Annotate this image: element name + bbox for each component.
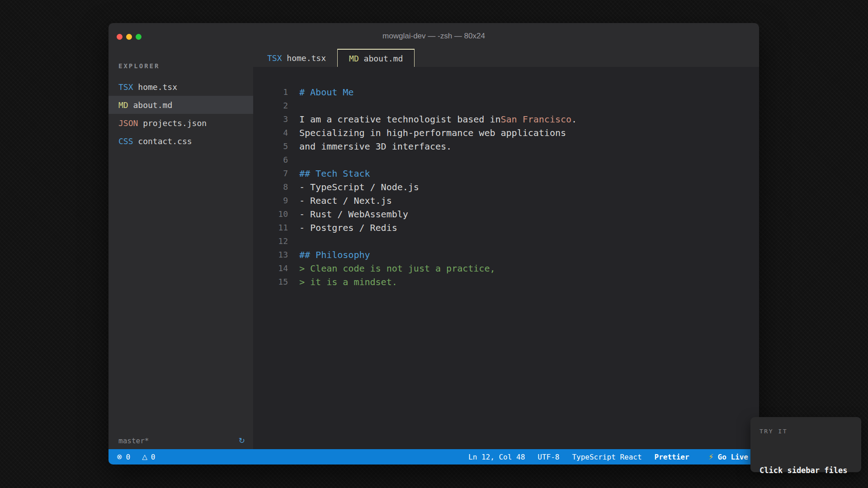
- editor-line-7[interactable]: 7## Tech Stack: [253, 167, 759, 180]
- editor-line-15[interactable]: 15> it is a mindset.: [253, 275, 759, 289]
- file-name: about.md: [128, 100, 173, 110]
- line-content: I am a creative technologist based inSan…: [288, 113, 577, 126]
- sidebar-file-about.md[interactable]: MD about.md: [108, 96, 253, 114]
- line-number: 9: [253, 194, 288, 207]
- editor-pane[interactable]: 1# About Me23I am a creative technologis…: [253, 67, 759, 449]
- file-list: TSX home.tsxMD about.mdJSON projects.jso…: [108, 78, 253, 150]
- git-branch-row[interactable]: master* ↻: [108, 432, 253, 449]
- file-name: contact.css: [133, 136, 192, 146]
- terminal-window: mowglai-dev — -zsh — 80x24 EXPLORER TSX …: [108, 23, 759, 465]
- status-language-mode[interactable]: TypeScript React: [572, 453, 642, 461]
- status-cursor-position[interactable]: Ln 12, Col 48: [468, 453, 525, 461]
- file-type-badge: JSON: [118, 118, 138, 128]
- code-segment: ## Tech Stack: [299, 168, 370, 179]
- tooltip-line-1: Click sidebar files: [760, 465, 852, 476]
- line-content: Specializing in high-performance web app…: [288, 126, 566, 140]
- status-bar: ⊗0△0 Ln 12, Col 48UTF-8TypeScript ReactP…: [108, 449, 759, 465]
- editor-line-10[interactable]: 10- Rust / WebAssembly: [253, 207, 759, 221]
- warnings-icon: △: [142, 453, 147, 461]
- branch-label: master*: [118, 436, 149, 445]
- line-number: 8: [253, 180, 288, 194]
- status-go-live[interactable]: ⚡Go Live: [708, 452, 748, 461]
- editor-line-5[interactable]: 5and immersive 3D interfaces.: [253, 140, 759, 153]
- sync-icon[interactable]: ↻: [239, 436, 245, 445]
- line-content: # About Me: [288, 85, 354, 99]
- editor-line-11[interactable]: 11- Postgres / Redis: [253, 221, 759, 235]
- code-segment: San Francisco: [501, 114, 572, 125]
- explorer-sidebar: EXPLORER TSX home.tsxMD about.mdJSON pro…: [108, 49, 253, 449]
- editor-line-14[interactable]: 14> Clean code is not just a practice,: [253, 262, 759, 275]
- sidebar-file-projects.json[interactable]: JSON projects.json: [108, 114, 253, 132]
- line-number: 4: [253, 126, 288, 140]
- line-content: [288, 99, 299, 113]
- code-segment: - Rust / WebAssembly: [299, 209, 408, 220]
- editor-line-4[interactable]: 4Specializing in high-performance web ap…: [253, 126, 759, 140]
- code-segment: Specializing in high-performance web app…: [299, 127, 566, 138]
- editor-line-1[interactable]: 1# About Me: [253, 85, 759, 99]
- code-segment: ## Philosophy: [299, 249, 370, 260]
- editor-line-2[interactable]: 2: [253, 99, 759, 113]
- line-number: 13: [253, 248, 288, 262]
- line-content: - TypeScript / Node.js: [288, 180, 419, 194]
- line-number: 3: [253, 113, 288, 126]
- encoding-label: UTF-8: [538, 453, 559, 461]
- editor-line-3[interactable]: 3I am a creative technologist based inSa…: [253, 113, 759, 126]
- line-number: 2: [253, 99, 288, 113]
- tab-about.md[interactable]: MD about.md: [337, 49, 415, 67]
- line-content: > it is a mindset.: [288, 275, 397, 289]
- title-bar: mowglai-dev — -zsh — 80x24: [108, 23, 759, 49]
- line-number: 7: [253, 167, 288, 180]
- line-content: ## Philosophy: [288, 248, 370, 262]
- go-live-label: Go Live: [718, 453, 748, 461]
- line-content: [288, 153, 299, 167]
- language-mode-label: TypeScript React: [572, 453, 642, 461]
- line-number: 10: [253, 207, 288, 221]
- try-it-tooltip: TRY IT Click sidebar files to navigate.: [750, 417, 861, 472]
- line-number: 15: [253, 275, 288, 289]
- code-segment: # About Me: [299, 87, 354, 98]
- file-type-badge: MD: [118, 100, 128, 110]
- warnings-count: 0: [151, 453, 156, 461]
- code-segment: > Clean code is not just a practice,: [299, 263, 495, 274]
- tab-home.tsx[interactable]: TSX home.tsx: [256, 49, 337, 67]
- line-content: ## Tech Stack: [288, 167, 370, 180]
- line-number: 11: [253, 221, 288, 235]
- line-number: 1: [253, 85, 288, 99]
- file-name: projects.json: [138, 118, 207, 128]
- sidebar-file-home.tsx[interactable]: TSX home.tsx: [108, 78, 253, 96]
- window-title: mowglai-dev — -zsh — 80x24: [108, 23, 759, 49]
- explorer-header: EXPLORER: [108, 49, 253, 78]
- lightning-bolt-icon: ⚡: [708, 452, 714, 461]
- status-formatter[interactable]: Prettier: [655, 453, 689, 461]
- code-segment: .: [571, 114, 577, 125]
- editor-line-9[interactable]: 9- React / Next.js: [253, 194, 759, 207]
- editor-line-13[interactable]: 13## Philosophy: [253, 248, 759, 262]
- tooltip-title: TRY IT: [760, 428, 852, 435]
- tab-label: home.tsx: [282, 53, 326, 63]
- line-number: 6: [253, 153, 288, 167]
- editor-line-12[interactable]: 12: [253, 235, 759, 248]
- code-segment: - Postgres / Redis: [299, 222, 397, 233]
- status-warnings[interactable]: △0: [142, 453, 155, 461]
- file-type-badge: TSX: [118, 82, 133, 92]
- file-type-badge: CSS: [118, 136, 133, 146]
- sidebar-file-contact.css[interactable]: CSS contact.css: [108, 132, 253, 150]
- editor-line-6[interactable]: 6: [253, 153, 759, 167]
- status-encoding[interactable]: UTF-8: [538, 453, 559, 461]
- tab-bar: TSX home.tsxMD about.md: [253, 49, 759, 67]
- line-content: - React / Next.js: [288, 194, 392, 207]
- line-content: > Clean code is not just a practice,: [288, 262, 495, 275]
- editor-line-8[interactable]: 8- TypeScript / Node.js: [253, 180, 759, 194]
- file-type-badge: MD: [349, 54, 359, 63]
- status-errors[interactable]: ⊗0: [117, 453, 130, 461]
- line-number: 12: [253, 235, 288, 248]
- line-content: [288, 235, 299, 248]
- tab-label: about.md: [359, 54, 403, 63]
- line-number: 14: [253, 262, 288, 275]
- errors-count: 0: [126, 453, 131, 461]
- code-segment: and immersive 3D interfaces.: [299, 141, 452, 152]
- errors-icon: ⊗: [117, 453, 123, 461]
- file-name: home.tsx: [133, 82, 178, 92]
- line-content: - Postgres / Redis: [288, 221, 397, 235]
- formatter-label: Prettier: [655, 453, 689, 461]
